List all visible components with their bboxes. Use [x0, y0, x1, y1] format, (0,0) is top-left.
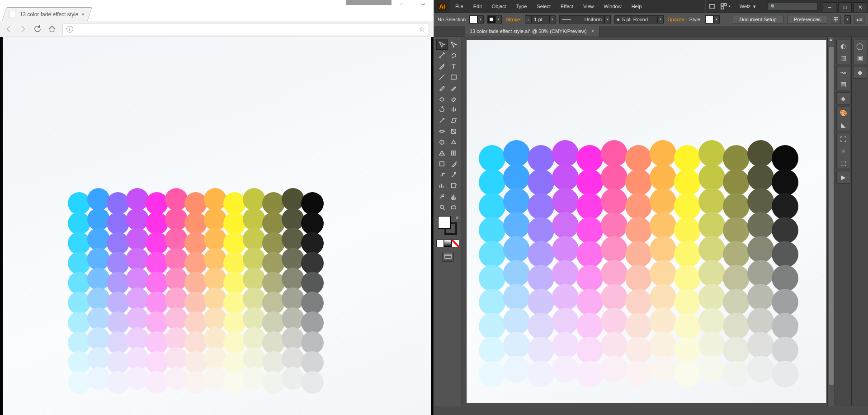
align-panel-icon[interactable]: [831, 15, 841, 24]
ai-maximize-button[interactable]: □: [838, 2, 852, 12]
document-setup-button[interactable]: Document Setup: [733, 15, 783, 24]
stroke-label[interactable]: Stroke:: [505, 17, 521, 22]
brush-drop[interactable]: ▾: [657, 15, 664, 24]
fill-swatch[interactable]: [469, 15, 477, 24]
gradient-tool[interactable]: [436, 158, 448, 169]
home-button[interactable]: [48, 25, 56, 33]
align-panel-drop[interactable]: ▾: [844, 15, 851, 24]
shear-tool[interactable]: [448, 115, 460, 126]
ctrlbar-menu-icon[interactable]: ▸≡: [854, 15, 864, 24]
menu-type[interactable]: Type: [511, 0, 532, 13]
pen-tool[interactable]: [436, 61, 448, 71]
width-tool[interactable]: [436, 126, 448, 137]
fill-swatch-drop[interactable]: ▾: [477, 15, 484, 24]
graphic-styles-panel-icon[interactable]: ▣: [856, 54, 864, 62]
screen-mode-button[interactable]: [442, 252, 454, 262]
forward-button[interactable]: [19, 25, 27, 33]
ai-minimize-button[interactable]: –: [823, 2, 836, 12]
mesh-tool[interactable]: [448, 147, 460, 158]
fill-stroke-control[interactable]: ⤭: [438, 216, 458, 236]
rotate-tool[interactable]: [436, 104, 448, 115]
rectangle-tool[interactable]: [448, 71, 460, 82]
reflect-tool[interactable]: [448, 104, 460, 115]
selection-tool[interactable]: [436, 39, 448, 50]
menu-view[interactable]: View: [578, 0, 599, 13]
hand-tool[interactable]: [448, 191, 460, 202]
blend-tool[interactable]: [436, 169, 448, 180]
swatches-panel-icon[interactable]: 🎨: [839, 109, 847, 117]
stroke-weight-drop[interactable]: ▾: [549, 15, 556, 24]
bookmark-star-icon[interactable]: ☆: [419, 25, 425, 33]
eyedropper-tool[interactable]: [448, 158, 460, 169]
browser-tab[interactable]: 13 color fade effect style ×: [2, 7, 92, 21]
stroke-swatch[interactable]: [487, 15, 495, 24]
ai-search-field[interactable]: 🔍: [768, 3, 817, 10]
type-tool[interactable]: [448, 61, 460, 71]
menu-select[interactable]: Select: [532, 0, 556, 13]
style-swatch-drop[interactable]: ▾: [713, 15, 720, 24]
artboard-tool[interactable]: [448, 180, 460, 191]
stroke-profile-drop[interactable]: ▾: [604, 15, 611, 24]
slice-tool[interactable]: [436, 191, 448, 202]
scale-tool[interactable]: [436, 115, 448, 126]
stroke-swatch-drop[interactable]: ▾: [495, 15, 502, 24]
menu-help[interactable]: Help: [627, 0, 647, 13]
brush-field[interactable]: 5 pt. Round: [614, 15, 657, 24]
stroke-panel-icon[interactable]: ↝: [839, 68, 847, 76]
menu-object[interactable]: Object: [487, 0, 511, 13]
site-info-icon[interactable]: i: [66, 26, 73, 33]
lasso-tool[interactable]: [448, 50, 460, 61]
symbol-sprayer-tool[interactable]: [448, 169, 460, 180]
ai-user-label[interactable]: Welz ▾: [732, 4, 763, 9]
reload-button[interactable]: [33, 25, 42, 33]
stroke-weight-field[interactable]: 1 pt: [531, 15, 549, 24]
vertical-scrollbar[interactable]: ▲: [827, 37, 835, 406]
ai-close-button[interactable]: ✕: [854, 2, 867, 12]
live-paint-tool[interactable]: [448, 137, 460, 147]
zoom-tool[interactable]: [436, 202, 448, 212]
back-button[interactable]: [5, 25, 13, 33]
perspective-tool[interactable]: [436, 147, 448, 158]
stroke-profile[interactable]: Uniform: [559, 15, 604, 24]
line-tool[interactable]: [436, 71, 448, 82]
artboard[interactable]: [467, 40, 826, 403]
color-guide-panel-icon[interactable]: ▥: [839, 54, 847, 62]
document-tab-close[interactable]: ×: [591, 28, 594, 34]
menu-effect[interactable]: Effect: [556, 0, 578, 13]
omnibox[interactable]: i ☆: [62, 23, 429, 35]
stroke-weight-stepper[interactable]: ↕: [525, 15, 531, 24]
tab-close-button[interactable]: ×: [81, 11, 85, 18]
print-tiling-tool[interactable]: [448, 202, 460, 212]
color-mode-fill[interactable]: [436, 240, 444, 247]
scroll-thumb[interactable]: [829, 46, 834, 385]
preferences-button[interactable]: Preferences: [787, 15, 827, 24]
color-mode-gradient[interactable]: [444, 240, 452, 247]
column-graph-tool[interactable]: [436, 180, 448, 191]
menu-window[interactable]: Window: [599, 0, 627, 13]
opacity-label[interactable]: Opacity:: [667, 17, 685, 22]
paintbrush-tool[interactable]: [436, 82, 448, 93]
layers-panel-icon[interactable]: ◆: [856, 68, 864, 76]
free-transform-tool[interactable]: [448, 126, 460, 137]
color-mode-none[interactable]: [452, 240, 459, 247]
pathfinder-panel-icon[interactable]: ⬚: [839, 159, 847, 167]
transform-panel-icon[interactable]: ⛶: [839, 135, 847, 143]
cloud-sync-icon[interactable]: [705, 0, 719, 13]
color-panel-icon[interactable]: ◐: [839, 42, 847, 50]
brushes-panel-icon[interactable]: ◣: [839, 121, 847, 129]
symbols-panel-icon[interactable]: ♣: [839, 94, 847, 103]
actions-panel-icon[interactable]: ▶: [839, 173, 847, 181]
pencil-tool[interactable]: [448, 82, 460, 93]
direct-selection-tool[interactable]: [448, 39, 460, 50]
workspace-switcher[interactable]: ▾: [719, 0, 732, 13]
menu-edit[interactable]: Edit: [468, 0, 487, 13]
style-swatch[interactable]: [705, 15, 713, 24]
align-panel-icon-b[interactable]: ≡: [839, 147, 847, 155]
document-tab[interactable]: 13 color fade effect style.ai* @ 50% (CM…: [465, 26, 599, 37]
swap-fill-stroke-icon[interactable]: ⤭: [455, 215, 459, 220]
shape-builder-tool[interactable]: [436, 137, 448, 147]
magic-wand-tool[interactable]: [436, 50, 448, 61]
menu-file[interactable]: File: [450, 0, 468, 13]
eraser-tool[interactable]: [448, 93, 460, 104]
scroll-up-icon[interactable]: ▲: [828, 37, 834, 43]
